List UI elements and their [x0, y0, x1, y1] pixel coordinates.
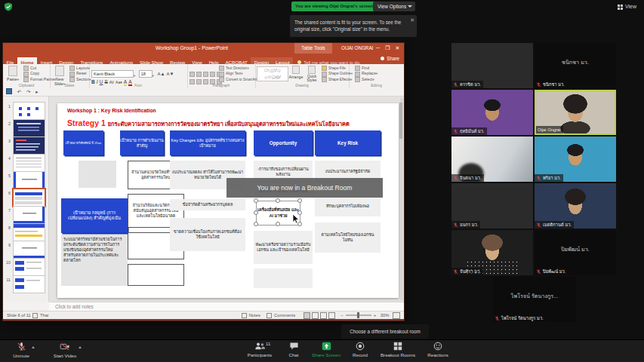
layout-button[interactable]: Layout▾ [69, 66, 91, 71]
new-slide-button[interactable]: New Slide▾ [51, 66, 69, 86]
key-change-cell-3[interactable]: ขาดความเชื่อมโยงกับภาคเอกชนที่ต้องใช้เทค… [170, 218, 245, 251]
slide-number-indicator[interactable]: Slide 6 of 11 [7, 313, 31, 318]
key-change-cell-2[interactable]: ข้อจำกัดด้านทรัพยากรบุคคล [170, 199, 245, 210]
zoom-percentage[interactable]: 30% [381, 313, 390, 318]
share-button[interactable]: Share [381, 54, 399, 64]
save-button[interactable] [6, 88, 12, 97]
record-button[interactable]: Record [346, 342, 374, 357]
scrollbar-thumb[interactable] [399, 103, 402, 139]
slide-thumbnail-5[interactable] [13, 171, 45, 189]
key-risk-cell-2[interactable]: ทักษะบุคลากรไม่เพียงพอ [315, 197, 381, 216]
slide-thumbnail-8[interactable] [13, 223, 45, 241]
chat-button[interactable]: Chat [281, 342, 307, 357]
video-tile-10[interactable]: ปิยพัฒน์ มว. ปิยพัฒน์ มว. [535, 230, 616, 275]
slide-thumbnail-11[interactable] [13, 275, 45, 293]
reset-button[interactable]: Reset [69, 71, 91, 76]
language-indicator[interactable]: Thai [40, 313, 48, 318]
slide-thumbnail-9[interactable] [13, 241, 45, 259]
slide-thumbnail-1[interactable] [13, 102, 45, 120]
selection-handle[interactable] [254, 222, 258, 226]
replace-button[interactable]: Replace▾ [355, 71, 377, 76]
slide-thumbnail-3[interactable] [13, 137, 45, 155]
video-tile-3[interactable]: ฤทธิมันต์ มว. [451, 90, 533, 135]
font-size-box[interactable]: 18 [139, 70, 153, 78]
selection-handle[interactable] [276, 222, 280, 226]
start-slideshow-button[interactable]: ▸ [35, 88, 38, 96]
key-risk-cell-3[interactable]: ตามเทคโนโลยีใหม่ของเอกชนไม่ทัน [315, 222, 381, 253]
shapes-gallery[interactable]: □○△▽◇⌂☆⬠◎/ [257, 66, 288, 81]
video-tile-4-active-speaker[interactable]: Oijai Ongrai [535, 90, 616, 135]
find-button[interactable]: Find [355, 66, 377, 71]
video-tile-2[interactable]: ชนิกชา มว. ชนิกชา มว. [535, 43, 616, 88]
grow-font-button[interactable]: A▲ [157, 72, 165, 76]
slide-sorter-view-button[interactable] [312, 312, 319, 319]
table-header-goals[interactable]: เป้าหมาย การดำเนินงานสำคัญ [120, 130, 164, 155]
selection-handle[interactable] [254, 198, 258, 203]
view-options-button[interactable]: View Options [373, 2, 415, 11]
opportunity-cell-4-empty[interactable] [254, 268, 313, 288]
zoom-out-button[interactable]: − [340, 313, 343, 318]
participants-button[interactable]: 11 Participants [240, 342, 279, 357]
text-direction-button[interactable]: Text Direction▾ [219, 66, 259, 71]
goal-text-box[interactable]: ระบบมาตรวิทยามีส่วนช่วยในการยกระดับขีดคว… [61, 235, 128, 286]
editor-scrollbar[interactable] [400, 98, 403, 300]
video-tile-11[interactable]: ไพโรจน์ รัตนางกูร... ไพโรจน์ รัตนางกูร ม… [493, 277, 576, 322]
opportunity-cell-3[interactable]: พัฒนาเครือข่ายความร่วมมือกับเอกชน และเจ้… [254, 231, 313, 264]
selection-handle[interactable] [297, 198, 302, 203]
goal-strategy-box[interactable]: เป้าหมาย กลยุทธ์ (การเปลี่ยนแปลง) สำคัญท… [61, 198, 128, 233]
align-text-button[interactable]: Align Text▾ [219, 71, 259, 76]
convert-smartart-button[interactable]: Convert to SmartArt▾ [219, 77, 259, 82]
section-button[interactable]: Section▾ [69, 77, 91, 82]
video-tile-8[interactable]: เมตติกานต์ มว. [535, 183, 616, 229]
paste-button[interactable]: Paste▾ [4, 66, 22, 81]
video-tile-6[interactable]: พริยา มว. [535, 137, 616, 182]
slide-thumbnail-7[interactable] [13, 206, 45, 224]
undo-button[interactable]: ↶ [17, 88, 21, 96]
video-tile-9[interactable]: จันทิรา มว. [451, 230, 533, 275]
shape-effects-button[interactable]: Shape Effects▾ [322, 77, 353, 82]
slide-thumbnail-2[interactable] [13, 119, 45, 137]
video-tile-1[interactable]: ครรชิต มว. [451, 43, 533, 88]
select-button[interactable]: Select▾ [355, 77, 377, 82]
unmute-button[interactable]: Unmute [5, 342, 38, 358]
shape-outline-button[interactable]: Shape Outline▾ [322, 71, 353, 76]
spellcheck-icon[interactable] [32, 313, 38, 318]
comments-toggle[interactable]: Comments [266, 313, 295, 318]
fit-to-window-icon[interactable] [393, 312, 400, 319]
close-button[interactable]: ✕ [393, 43, 402, 54]
start-video-button[interactable]: Start Video [45, 342, 85, 358]
slide-canvas[interactable]: Workshop 1 : Key Risk Identification Str… [57, 103, 399, 298]
zoom-in-button[interactable]: + [374, 313, 376, 318]
zoom-slider-thumb[interactable] [357, 312, 359, 318]
share-screen-button[interactable]: Share Screen [307, 342, 346, 357]
minimize-button[interactable]: ─ [373, 43, 383, 54]
maximize-button[interactable]: ❐ [383, 43, 393, 54]
close-icon[interactable]: ✕ [410, 17, 414, 25]
video-tile-7[interactable]: ธนกร มว. [451, 183, 533, 229]
table-header-vision[interactable]: เป้าหมายวิสัยทัศน์ ปี 25xx [63, 130, 103, 155]
breakout-rooms-button[interactable]: Breakout Rooms [374, 342, 421, 357]
empty-gray-box[interactable] [79, 161, 116, 188]
table-header-opportunity[interactable]: Opportunity [254, 130, 313, 155]
video-options-caret-icon[interactable] [79, 346, 82, 348]
shape-fill-button[interactable]: Shape Fill▾ [322, 66, 353, 71]
kpi-box-4-empty[interactable] [128, 264, 184, 286]
table-header-key-risk[interactable]: Key Risk [315, 130, 381, 155]
slide-thumbnail-4[interactable] [13, 154, 45, 172]
normal-view-button[interactable] [304, 312, 310, 319]
redo-button[interactable]: ↷ [26, 88, 30, 96]
table-header-key-changes[interactable]: Key Changes และ อุปสรรคที่ขวางหนทางเป้าห… [170, 130, 245, 155]
zoom-slider[interactable] [346, 314, 371, 316]
shrink-font-button[interactable]: A▼ [166, 72, 174, 76]
view-layout-button[interactable]: View [618, 2, 636, 11]
video-tile-5[interactable]: จินตนา มว. [451, 137, 533, 182]
notes-toggle[interactable]: Notes [241, 313, 260, 318]
quick-styles-button[interactable]: Quick Styles [304, 66, 320, 82]
slide-thumbnail-6-selected[interactable] [12, 188, 46, 207]
slideshow-view-button[interactable] [328, 312, 335, 319]
arrange-button[interactable]: Arrange [288, 66, 304, 79]
audio-options-caret-icon[interactable] [32, 346, 35, 348]
reactions-button[interactable]: Reactions [421, 342, 454, 357]
slide-thumbnail-10[interactable] [13, 258, 45, 276]
notes-pane[interactable]: Click to add notes [49, 302, 404, 311]
